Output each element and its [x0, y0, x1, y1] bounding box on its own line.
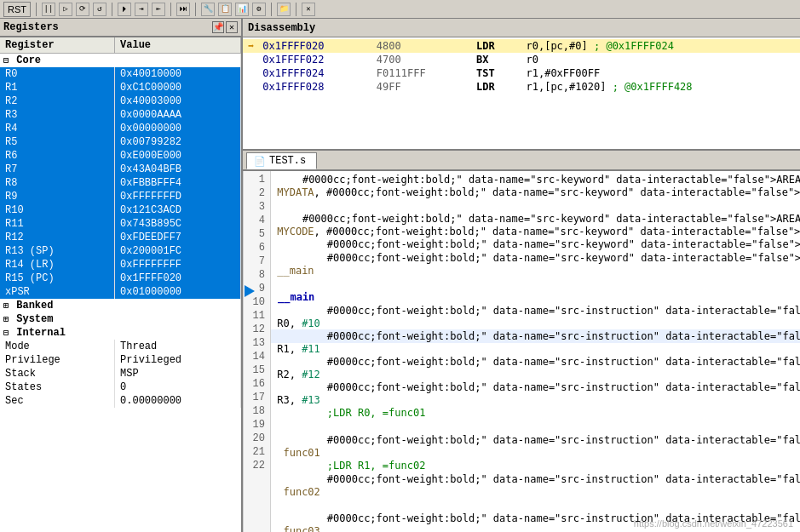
toolbar-icon-4[interactable]: ↺: [93, 3, 106, 16]
source-line: [271, 498, 800, 512]
source-content-area[interactable]: 12345678910111213141516171819202122 #000…: [243, 171, 800, 532]
register-row[interactable]: R14 (LR) 0xFFFFFFFF: [0, 258, 241, 272]
dis-comment: ; @0x1FFFF428: [606, 81, 692, 93]
toolbar-icon-2[interactable]: ▷: [59, 3, 72, 16]
dis-arrow-empty: [243, 53, 259, 66]
toolbar-icon-9[interactable]: 🔧: [201, 3, 215, 16]
system-collapse-icon[interactable]: ⊞: [3, 314, 9, 324]
toolbar-separator-6: [296, 3, 296, 16]
register-name: R7: [0, 163, 115, 176]
line-number: 3: [244, 200, 270, 214]
register-row[interactable]: R0 0x40010000: [0, 67, 241, 81]
internal-field-row: States 0: [0, 380, 241, 394]
line-number: 10: [244, 295, 270, 309]
internal-label: Internal: [16, 327, 66, 339]
src-number: #0000: [327, 356, 358, 368]
src-number: #13: [302, 394, 320, 406]
line-number: 12: [244, 323, 270, 336]
register-value: 0x121C3ACD: [115, 203, 241, 217]
system-section-row: ⊞ System: [0, 312, 241, 326]
register-value: 0x1FFFF020: [115, 272, 241, 285]
toolbar-icon-12[interactable]: ⚙: [252, 3, 266, 16]
current-line-marker: [245, 285, 255, 297]
value-col-header: Value: [115, 37, 241, 54]
register-row[interactable]: R15 (PC) 0x1FFFF020: [0, 272, 241, 285]
register-name: R13 (SP): [0, 244, 115, 258]
source-tab-tests[interactable]: 📄 TEST.s: [246, 152, 317, 169]
line-number: 22: [244, 459, 270, 472]
dis-operands: r0: [520, 53, 801, 66]
register-row[interactable]: R7 0x43A04BFB: [0, 163, 241, 176]
register-row[interactable]: R11 0x743B895C: [0, 217, 241, 231]
banked-collapse-icon[interactable]: ⊞: [3, 300, 9, 311]
right-panel: Disassembly ➡ 0x1FFFF020 4800 LDR r0,[pc…: [243, 19, 800, 532]
register-value: 0x01000000: [115, 285, 241, 299]
source-line: #0000cc;font-weight:bold;" data-name="sr…: [271, 329, 800, 343]
internal-field-value: 0: [115, 380, 241, 394]
toolbar: RST || ▷ ⟳ ↺ ⏵ ⇥ ⇤ ⏭ 🔧 📋 📊 ⚙ 📁 ✕: [0, 0, 800, 19]
register-row[interactable]: R5 0x00799282: [0, 135, 241, 149]
register-name: R10: [0, 203, 115, 217]
disassembly-content[interactable]: ➡ 0x1FFFF020 4800 LDR r0,[pc,#0] ; @0x1F…: [243, 37, 800, 149]
register-name: R0: [0, 67, 115, 81]
src-number: #0000: [327, 330, 358, 342]
system-label: System: [16, 313, 53, 325]
dis-addr: 0x1FFFF024: [259, 66, 370, 80]
toolbar-icon-10[interactable]: 📋: [218, 3, 232, 16]
line-number: 4: [244, 214, 270, 227]
register-value: 0xE000E000: [115, 149, 241, 163]
register-name: xPSR: [0, 285, 115, 299]
dis-bytes: 4700: [370, 53, 466, 66]
src-func-name: func02: [283, 486, 319, 498]
register-row[interactable]: R9 0xFFFFFFFD: [0, 190, 241, 203]
toolbar-icon-8[interactable]: ⏭: [176, 3, 190, 16]
toolbar-icon-11[interactable]: 📊: [235, 3, 249, 16]
dis-addr: 0x1FFFF020: [259, 39, 370, 53]
register-row[interactable]: R8 0xFBBBFFF4: [0, 176, 241, 190]
toolbar-icon-7[interactable]: ⇤: [152, 3, 165, 16]
internal-field-value: MSP: [115, 367, 241, 380]
source-code: #0000cc;font-weight:bold;" data-name="sr…: [271, 171, 800, 532]
internal-field-name: Mode: [0, 340, 115, 353]
rst-button[interactable]: RST: [3, 2, 31, 17]
dis-bytes: F0111FFF: [370, 66, 466, 80]
register-name: R6: [0, 149, 115, 163]
toolbar-icon-5[interactable]: ⏵: [118, 3, 131, 16]
register-name: R2: [0, 94, 115, 108]
register-row[interactable]: R3 0x0000AAAA: [0, 108, 241, 122]
internal-field-row: Privilege Privileged: [0, 353, 241, 367]
toolbar-icon-14[interactable]: ✕: [302, 3, 315, 16]
dis-arrow: ➡: [243, 39, 259, 53]
register-row[interactable]: R6 0xE000E000: [0, 149, 241, 163]
register-row[interactable]: R4 0x00000000: [0, 122, 241, 135]
internal-collapse-icon[interactable]: ⊟: [3, 328, 9, 338]
register-row[interactable]: R2 0x40003000: [0, 94, 241, 108]
register-row[interactable]: R1 0xC1C00000: [0, 81, 241, 94]
disassembly-section: Disassembly ➡ 0x1FFFF020 4800 LDR r0,[pc…: [243, 19, 800, 151]
source-line: ;LDR R1, =func02: [271, 459, 800, 472]
line-number: 14: [244, 350, 270, 363]
disassembly-row: ➡ 0x1FFFF020 4800 LDR r0,[pc,#0] ; @0x1F…: [243, 39, 800, 53]
toolbar-icon-13[interactable]: 📁: [277, 3, 291, 16]
internal-field-name: States: [0, 380, 115, 394]
register-row[interactable]: R12 0xFDEEDFF7: [0, 231, 241, 244]
registers-scroll-area[interactable]: Register Value ⊟ Core R0 0x40010000 R1 0…: [0, 37, 241, 532]
source-line: #0000cc;font-weight:bold;" data-name="sr…: [271, 304, 800, 317]
toolbar-icon-6[interactable]: ⇥: [135, 3, 148, 16]
core-collapse-icon[interactable]: ⊟: [3, 55, 9, 66]
register-row[interactable]: R10 0x121C3ACD: [0, 203, 241, 217]
registers-pin-icon[interactable]: 📌: [212, 21, 224, 33]
line-number: 8: [244, 268, 270, 282]
registers-close-icon[interactable]: ✕: [226, 21, 238, 33]
register-row[interactable]: R13 (SP) 0x200001FC: [0, 244, 241, 258]
line-number: 19: [244, 418, 270, 432]
source-line: [271, 277, 800, 290]
internal-field-row: Mode Thread: [0, 340, 241, 353]
register-name: R5: [0, 135, 115, 149]
toolbar-icon-1[interactable]: ||: [42, 3, 55, 16]
register-value: 0x00799282: [115, 135, 241, 149]
src-section-name: MYDATA: [277, 186, 314, 198]
dis-mnem: BX: [466, 53, 520, 66]
toolbar-icon-3[interactable]: ⟳: [76, 3, 89, 16]
register-row[interactable]: xPSR 0x01000000: [0, 285, 241, 299]
